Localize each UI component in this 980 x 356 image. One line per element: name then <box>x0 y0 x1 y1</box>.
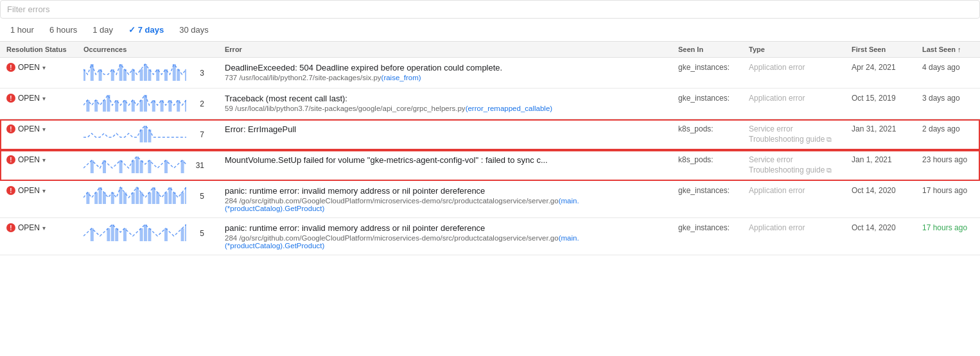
troubleshooting-guide-link[interactable]: Troubleshooting guide ⧉ <box>749 135 839 144</box>
svg-rect-38 <box>148 160 151 173</box>
error-highlight: (error_remapped_callable) <box>466 105 553 112</box>
error-icon: ! <box>6 63 15 72</box>
table-row[interactable]: ! OPEN ▾ 5 panic: runtime error: invalid… <box>0 218 980 255</box>
first-seen-cell: Oct 14, 2020 <box>845 181 916 218</box>
seen-in-cell: gke_instances: <box>672 89 742 119</box>
occurrences-cell: 5 <box>77 218 218 255</box>
type-cell: Application error <box>742 181 845 218</box>
error-title[interactable]: panic: runtime error: invalid memory add… <box>225 186 665 196</box>
chevron-down-icon[interactable]: ▾ <box>42 187 46 194</box>
last-seen-value: 2 days ago <box>922 124 960 133</box>
chevron-down-icon[interactable]: ▾ <box>42 95 46 102</box>
table-row[interactable]: ! OPEN ▾ 5 panic: runtime error: invalid… <box>0 181 980 218</box>
svg-rect-32 <box>91 160 94 173</box>
header-first-seen: First Seen <box>845 42 916 58</box>
seen-in-cell: k8s_pods: <box>672 119 742 150</box>
svg-rect-68 <box>181 228 184 241</box>
svg-rect-45 <box>111 192 114 204</box>
status-cell: ! OPEN ▾ <box>0 89 77 119</box>
sparkline <box>83 63 186 83</box>
time-30days[interactable]: 30 days <box>177 24 211 36</box>
error-title[interactable]: panic: runtime error: invalid memory add… <box>225 223 665 233</box>
error-cell: Error: ErrImagePull <box>218 119 672 150</box>
svg-rect-37 <box>140 160 143 173</box>
seen-in-value: gke_instances: <box>678 63 730 72</box>
first-seen-value: Jan 31, 2021 <box>852 124 896 133</box>
svg-rect-51 <box>148 192 151 204</box>
occurrences-cell: 7 <box>77 119 218 150</box>
seen-in-value: gke_instances: <box>678 223 730 232</box>
chevron-down-icon[interactable]: ▾ <box>42 157 46 164</box>
table-row[interactable]: ! OPEN ▾ 2 Traceback (most recent call l… <box>0 89 980 119</box>
error-title[interactable]: DeadlineExceeded: 504 Deadline expired b… <box>225 63 665 72</box>
error-title[interactable]: Traceback (most recent call last): <box>225 94 665 103</box>
chevron-down-icon[interactable]: ▾ <box>42 126 46 133</box>
last-seen-cell: 4 days ago <box>916 58 980 89</box>
time-7days[interactable]: 7 days <box>126 24 166 36</box>
time-1day[interactable]: 1 day <box>90 24 116 36</box>
header-error: Error <box>218 42 672 58</box>
first-seen-value: Oct 14, 2020 <box>852 186 896 195</box>
time-bar: 1 hour 6 hours 1 day 7 days 30 days <box>0 19 980 42</box>
header-resolution: Resolution Status <box>0 42 77 58</box>
sparkline <box>83 155 186 175</box>
svg-rect-36 <box>136 157 139 173</box>
occurrence-count: 5 <box>191 192 204 201</box>
svg-rect-33 <box>103 160 106 173</box>
svg-rect-17 <box>103 100 106 112</box>
last-seen-value: 17 hours ago <box>922 223 967 232</box>
last-seen-cell: 23 hours ago <box>916 150 980 181</box>
errors-table: Resolution Status Occurrences Error Seen… <box>0 42 980 255</box>
status-cell: ! OPEN ▾ <box>0 150 77 181</box>
error-cell: DeadlineExceeded: 504 Deadline expired b… <box>218 58 672 89</box>
status-label: OPEN <box>18 223 40 232</box>
svg-rect-9 <box>148 69 151 81</box>
type-cell: Application error <box>742 58 845 89</box>
last-seen-cell: 2 days ago <box>916 119 980 150</box>
occurrences-cell: 3 <box>77 58 218 89</box>
svg-rect-13 <box>177 69 180 81</box>
table-row[interactable]: ! OPEN ▾ 7 Error: ErrImagePullk8s_pods:S… <box>0 119 980 150</box>
last-seen-cell: 17 hours ago <box>916 218 980 255</box>
type-label: Service error <box>749 155 839 164</box>
svg-rect-23 <box>144 95 147 112</box>
first-seen-cell: Apr 24, 2021 <box>845 58 916 89</box>
svg-rect-63 <box>123 228 127 241</box>
svg-rect-14 <box>185 69 186 81</box>
svg-rect-67 <box>164 228 168 241</box>
filter-input[interactable] <box>0 0 980 19</box>
first-seen-value: Oct 15, 2019 <box>852 94 896 103</box>
chevron-down-icon[interactable]: ▾ <box>42 225 46 232</box>
svg-rect-41 <box>86 192 89 204</box>
chevron-down-icon[interactable]: ▾ <box>42 64 46 71</box>
troubleshooting-guide-link[interactable]: Troubleshooting guide ⧉ <box>749 165 839 174</box>
table-row[interactable]: ! OPEN ▾ 31 MountVolume.SetUp failed for… <box>0 150 980 181</box>
svg-rect-50 <box>140 192 143 204</box>
occurrence-count: 3 <box>191 69 204 78</box>
status-cell: ! OPEN ▾ <box>0 181 77 218</box>
seen-in-cell: k8s_pods: <box>672 150 742 181</box>
seen-in-cell: gke_instances: <box>672 218 742 255</box>
svg-rect-11 <box>164 69 168 81</box>
status-cell: ! OPEN ▾ <box>0 218 77 255</box>
svg-rect-35 <box>132 160 135 173</box>
error-icon: ! <box>6 155 15 164</box>
time-6hours[interactable]: 6 hours <box>47 24 80 36</box>
error-title[interactable]: Error: ErrImagePull <box>225 124 665 134</box>
svg-rect-4 <box>119 64 123 81</box>
svg-rect-55 <box>168 187 171 204</box>
error-title[interactable]: MountVolume.SetUp failed for volume "gke… <box>225 155 665 165</box>
type-label: Application error <box>749 63 839 72</box>
status-label: OPEN <box>18 94 40 103</box>
svg-rect-7 <box>140 69 143 81</box>
svg-rect-59 <box>91 228 94 241</box>
error-icon: ! <box>6 124 15 133</box>
last-seen-value: 17 hours ago <box>922 186 967 195</box>
time-1hour[interactable]: 1 hour <box>8 24 37 36</box>
seen-in-value: k8s_pods: <box>678 124 713 133</box>
table-row[interactable]: ! OPEN ▾ 3 DeadlineExceeded: 504 Deadlin… <box>0 58 980 89</box>
svg-rect-43 <box>99 187 102 204</box>
header-last-seen[interactable]: Last Seen <box>916 42 980 58</box>
svg-rect-22 <box>140 100 143 112</box>
svg-rect-1 <box>91 64 94 81</box>
